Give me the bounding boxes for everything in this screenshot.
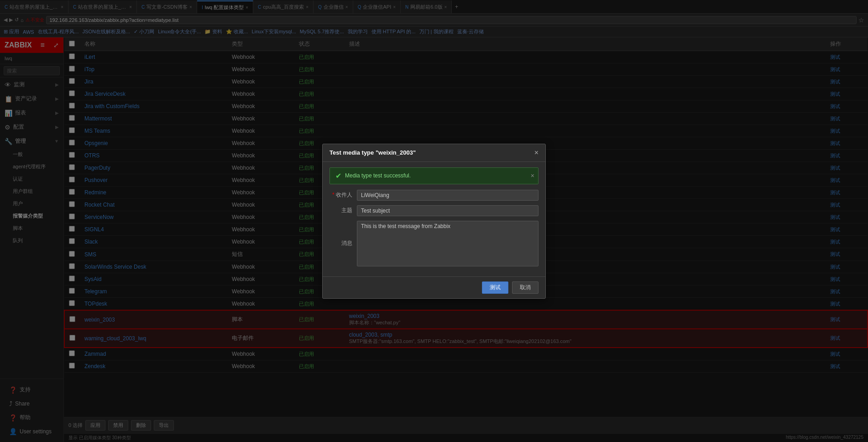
success-message: Media type test successful. xyxy=(345,172,411,179)
message-row: 消息 This is the test message from Zabbix xyxy=(329,221,539,266)
success-check-icon: ✔ xyxy=(335,172,341,180)
modal-close-button[interactable]: × xyxy=(534,149,539,157)
success-close-icon[interactable]: × xyxy=(531,172,534,179)
modal-body: ✔ Media type test successful. × * 收件人 主题… xyxy=(323,162,545,276)
modal-header: Test media type "weixin_2003" × xyxy=(323,144,545,162)
cancel-button[interactable]: 取消 xyxy=(512,281,539,294)
required-star: * xyxy=(332,192,335,198)
recipient-label: * 收件人 xyxy=(329,191,357,199)
modal-footer: 测试 取消 xyxy=(323,276,545,298)
test-modal: Test media type "weixin_2003" × ✔ Media … xyxy=(322,144,546,299)
success-banner: ✔ Media type test successful. × xyxy=(329,167,539,184)
test-button[interactable]: 测试 xyxy=(482,281,508,294)
message-label: 消息 xyxy=(329,239,357,247)
message-textarea[interactable]: This is the test message from Zabbix xyxy=(357,221,539,266)
subject-label: 主题 xyxy=(329,207,357,214)
modal-title: Test media type "weixin_2003" xyxy=(329,149,416,156)
recipient-input[interactable] xyxy=(357,190,539,201)
subject-input[interactable] xyxy=(357,205,539,216)
recipient-row: * 收件人 xyxy=(329,190,539,201)
subject-row: 主题 xyxy=(329,205,539,216)
modal-overlay: Test media type "weixin_2003" × ✔ Media … xyxy=(0,0,868,442)
